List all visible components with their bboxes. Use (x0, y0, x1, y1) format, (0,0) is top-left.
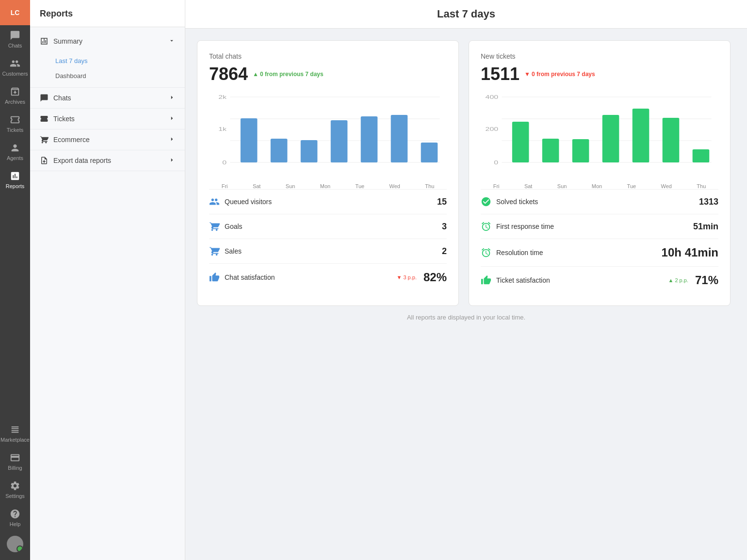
new-tickets-chart: 400 200 0 (481, 92, 718, 179)
sidebar-label-marketplace: Marketplace (0, 437, 30, 443)
nav-section-chats: Chats (30, 88, 185, 109)
sidebar-label-agents: Agents (7, 155, 23, 161)
svg-text:0: 0 (494, 160, 498, 165)
total-chats-number: 7864 (209, 64, 248, 84)
sidebar-label-archives: Archives (5, 99, 25, 105)
resolution-time-value: 10h 41min (662, 246, 718, 259)
nav-item-chats[interactable]: Chats (30, 88, 185, 108)
chevron-down-icon (168, 37, 175, 46)
sidebar-item-chats[interactable]: Chats (0, 25, 30, 53)
sidebar-label-tickets: Tickets (7, 127, 23, 133)
svg-rect-13 (421, 143, 438, 162)
new-tickets-chart-labels: Fri Sat Sun Mon Tue Wed Thu (481, 183, 718, 189)
svg-text:400: 400 (486, 94, 499, 100)
sidebar-item-marketplace[interactable]: Marketplace (0, 419, 30, 448)
sidebar-item-billing[interactable]: Billing (0, 448, 30, 476)
total-chats-chart-labels: Fri Sat Sun Mon Tue Wed Thu (209, 183, 447, 189)
sidebar-item-agents[interactable]: Agents (0, 138, 30, 166)
nav-section-tickets: Tickets (30, 109, 185, 129)
nav-section-ecommerce: Ecommerce (30, 129, 185, 150)
new-tickets-value-row: 1511 ▼ 0 from previous 7 days (481, 64, 718, 84)
left-panel-title: Reports (40, 9, 175, 19)
delta-up-icon: ▲ (253, 71, 259, 78)
sidebar-label-customers: Customers (2, 71, 28, 77)
nav-sub-item-dashboard[interactable]: Dashboard (30, 68, 185, 83)
nav-item-tickets[interactable]: Tickets (30, 109, 185, 129)
resolution-time-label: Resolution time (496, 249, 657, 256)
sidebar-item-help[interactable]: Help (0, 504, 30, 532)
new-tickets-number: 1511 (481, 64, 520, 84)
main-body: Total chats 7864 ▲ 0 from previous 7 day… (185, 29, 747, 560)
solved-tickets-label: Solved tickets (496, 198, 694, 206)
chart-label-sun2: Sun (557, 183, 567, 189)
total-chats-chart: 2k 1k 0 (209, 92, 447, 179)
sidebar-item-tickets[interactable]: Tickets (0, 110, 30, 138)
total-chats-delta: ▲ 0 from previous 7 days (253, 71, 324, 78)
chart-label-sun1: Sun (286, 183, 295, 189)
stat-first-response: First response time 51min (481, 214, 718, 239)
chevron-right-icon-2 (168, 115, 175, 123)
nav-item-summary[interactable]: Summary (30, 31, 185, 51)
svg-rect-22 (542, 139, 559, 162)
cards-grid: Total chats 7864 ▲ 0 from previous 7 day… (197, 40, 731, 306)
stat-goals: Goals 3 (209, 214, 447, 239)
sidebar-item-archives[interactable]: Archives (0, 81, 30, 110)
sidebar-label-billing: Billing (8, 465, 22, 471)
sales-label: Sales (225, 247, 437, 255)
first-response-value: 51min (693, 222, 718, 232)
avatar[interactable] (7, 536, 23, 552)
chart-label-thu1: Thu (425, 183, 434, 189)
svg-text:0: 0 (222, 160, 227, 165)
sidebar-nav: Chats Customers Archives Tickets Agents … (0, 25, 30, 419)
main-title: Last 7 days (437, 8, 495, 20)
nav-item-export[interactable]: Export data reports (30, 150, 185, 171)
total-chats-title: Total chats (209, 52, 447, 60)
summary-sub-items: Last 7 days Dashboard (30, 51, 185, 87)
nav-item-ecommerce[interactable]: Ecommerce (30, 129, 185, 150)
sales-value: 2 (442, 246, 447, 256)
ticket-satisfaction-value: 71% (695, 273, 718, 287)
new-tickets-delta-text: 0 from previous 7 days (532, 71, 595, 78)
chart-label-mon2: Mon (592, 183, 602, 189)
svg-rect-12 (391, 115, 408, 162)
stat-chat-satisfaction: Chat satisfaction ▼ 3 p.p. 82% (209, 263, 447, 291)
chart-label-thu2: Thu (697, 183, 706, 189)
sidebar-item-customers[interactable]: Customers (0, 53, 30, 81)
chart-label-fri1: Fri (222, 183, 228, 189)
sidebar-item-settings[interactable]: Settings (0, 476, 30, 504)
sidebar: LC Chats Customers Archives Tickets Agen… (0, 0, 30, 560)
sidebar-logo[interactable]: LC (0, 0, 30, 25)
queued-visitors-value: 15 (437, 197, 447, 207)
chevron-right-icon-4 (168, 157, 175, 165)
chart-label-tue2: Tue (627, 183, 636, 189)
left-panel: Reports Summary Last 7 days Dashboard Ch… (30, 0, 185, 560)
chat-satisfaction-label: Chat satisfaction (225, 273, 391, 281)
logo-text: LC (11, 9, 20, 16)
goals-label: Goals (225, 223, 437, 230)
total-chats-card: Total chats 7864 ▲ 0 from previous 7 day… (197, 40, 459, 306)
svg-rect-26 (663, 118, 680, 162)
svg-rect-8 (271, 139, 288, 162)
chart-label-tue1: Tue (356, 183, 365, 189)
chart-label-mon1: Mon (320, 183, 330, 189)
chart-label-wed2: Wed (661, 183, 672, 189)
chevron-right-icon-3 (168, 136, 175, 144)
chat-satisfaction-delta: ▼ 3 p.p. (396, 274, 416, 280)
sidebar-item-reports[interactable]: Reports (0, 166, 30, 194)
goals-value: 3 (442, 222, 447, 232)
sidebar-label-settings: Settings (5, 493, 25, 499)
nav-sub-item-last7days[interactable]: Last 7 days (30, 53, 185, 68)
nav-section-export: Export data reports (30, 150, 185, 171)
svg-rect-11 (361, 116, 378, 162)
total-chats-delta-text: 0 from previous 7 days (260, 71, 324, 78)
total-chats-value-row: 7864 ▲ 0 from previous 7 days (209, 64, 447, 84)
svg-rect-7 (241, 118, 258, 162)
chart-label-sat2: Sat (524, 183, 533, 189)
svg-rect-21 (512, 122, 529, 162)
nav-item-export-label: Export data reports (53, 157, 111, 164)
stat-ticket-satisfaction: Ticket satisfaction ▲ 2 p.p. 71% (481, 266, 718, 294)
new-tickets-title: New tickets (481, 52, 718, 60)
svg-rect-23 (572, 139, 589, 162)
sidebar-bottom: Marketplace Billing Settings Help (0, 419, 30, 560)
first-response-label: First response time (496, 223, 688, 230)
